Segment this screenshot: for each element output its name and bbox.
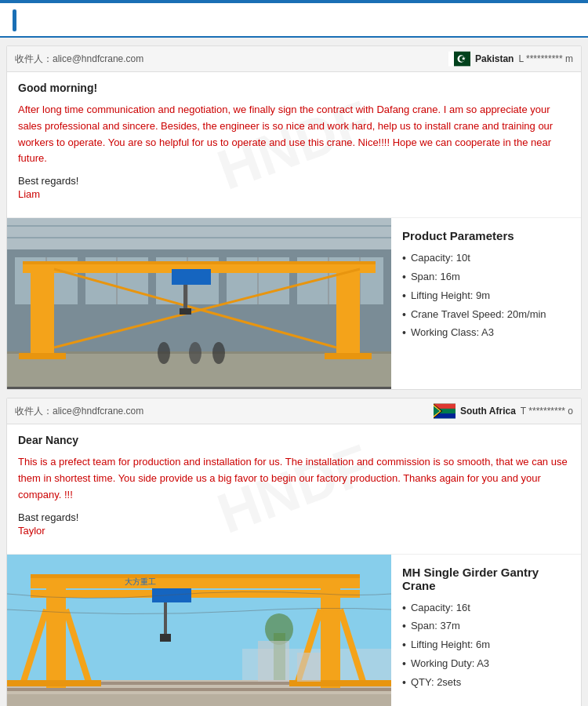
product-image-2: 大方重工 (7, 555, 391, 706)
country-block-2: South Africa T ********** o (434, 403, 573, 419)
param-list-2: Capacity: 16tSpan: 37mLifting Height: 6m… (402, 602, 570, 690)
param-item-1-2: Span: 16m (402, 271, 570, 284)
product-title-2: MH Single Girder Gantry Crane (402, 566, 570, 592)
email-header-2: 收件人：alice@hndfcrane.com South Africa T *… (7, 398, 581, 424)
testimonies-container: 收件人：alice@hndfcrane.com Pakistan L *****… (0, 45, 588, 706)
param-item-1-1: Capacity: 10t (402, 252, 570, 265)
svg-rect-70 (297, 653, 321, 682)
page-header (0, 0, 588, 38)
message-body-1: HNDF Good morning! After long time commu… (7, 72, 581, 217)
param-item-2-1: Capacity: 16t (402, 602, 570, 615)
svg-rect-0 (448, 52, 454, 67)
product-section-1: Product Parameters Capacity: 10tSpan: 16… (7, 217, 581, 389)
message-body-2: HNDF Dear Nancy This is a prefect team f… (7, 424, 581, 553)
svg-rect-34 (19, 353, 66, 359)
message-text-2: This is a prefect team for production an… (18, 454, 570, 503)
param-list-1: Capacity: 10tSpan: 16mLifting Height: 9m… (402, 252, 570, 340)
svg-rect-33 (180, 308, 191, 315)
svg-rect-51 (7, 694, 391, 706)
svg-rect-59 (31, 574, 360, 578)
svg-rect-23 (31, 265, 54, 355)
svg-rect-69 (258, 641, 289, 682)
product-image-1 (7, 218, 391, 389)
country-name-2: South Africa (460, 406, 516, 417)
svg-rect-62 (152, 588, 191, 602)
param-item-1-4: Crane Travel Speed: 20m/min (402, 308, 570, 322)
svg-point-68 (265, 613, 293, 645)
param-item-1-5: Working Class: A3 (402, 326, 570, 340)
param-item-2-4: Working Duty: A3 (402, 657, 570, 671)
svg-rect-64 (160, 634, 171, 642)
svg-rect-50 (7, 688, 391, 691)
svg-point-37 (189, 342, 201, 364)
greeting-2: Dear Nancy (18, 434, 570, 446)
email-header-1: 收件人：alice@hndfcrane.com Pakistan L *****… (7, 46, 581, 72)
email-from-1: 收件人：alice@hndfcrane.com (15, 53, 143, 66)
svg-rect-25 (336, 265, 360, 355)
svg-rect-65 (7, 680, 101, 686)
country-name-1: Pakistan (475, 53, 514, 64)
email-id-1: L ********** m (518, 53, 573, 64)
email-from-label: 收件人： (15, 53, 53, 64)
svg-rect-28 (23, 261, 376, 264)
param-item-1-3: Lifting Height: 9m (402, 289, 570, 303)
param-item-2-3: Lifting Height: 6m (402, 639, 570, 652)
header-accent-bar (13, 9, 16, 31)
sender-name-2: Taylor (18, 525, 570, 537)
product-params-1: Product Parameters Capacity: 10tSpan: 16… (391, 218, 581, 389)
svg-point-36 (158, 342, 170, 364)
message-text-1: After long time communication and negoti… (18, 102, 570, 167)
flag-icon-2 (434, 403, 456, 419)
product-params-2: MH Single Girder Gantry Crane Capacity: … (391, 555, 581, 706)
flag-icon-1 (448, 51, 470, 67)
product-section-2: 大方重工 MH Single Girder Gantry Crane Capac… (7, 554, 581, 706)
testimony-card-1: 收件人：alice@hndfcrane.com Pakistan L *****… (6, 45, 582, 390)
svg-rect-61 (31, 590, 360, 598)
svg-point-3 (459, 56, 465, 61)
country-block-1: Pakistan L ********** m (448, 51, 573, 67)
email-from-label: 收件人： (15, 406, 53, 417)
svg-rect-35 (325, 353, 372, 359)
svg-point-38 (212, 342, 225, 364)
regards-1: Best regards! (18, 175, 570, 187)
param-item-2-5: QTY: 2sets (402, 676, 570, 690)
email-id-2: T ********** o (521, 406, 573, 417)
param-item-2-2: Span: 37m (402, 620, 570, 633)
svg-rect-63 (164, 602, 167, 634)
greeting-1: Good morning! (18, 82, 570, 94)
svg-text:大方重工: 大方重工 (125, 577, 156, 586)
product-title-1: Product Parameters (402, 229, 570, 242)
testimony-card-2: 收件人：alice@hndfcrane.com South Africa T *… (6, 398, 582, 706)
svg-rect-32 (183, 285, 187, 308)
svg-rect-6 (7, 218, 391, 249)
regards-2: Bast regards! (18, 511, 570, 523)
email-from-2: 收件人：alice@hndfcrane.com (15, 405, 143, 418)
sender-name-1: Liam (18, 188, 570, 200)
svg-rect-31 (172, 269, 211, 285)
